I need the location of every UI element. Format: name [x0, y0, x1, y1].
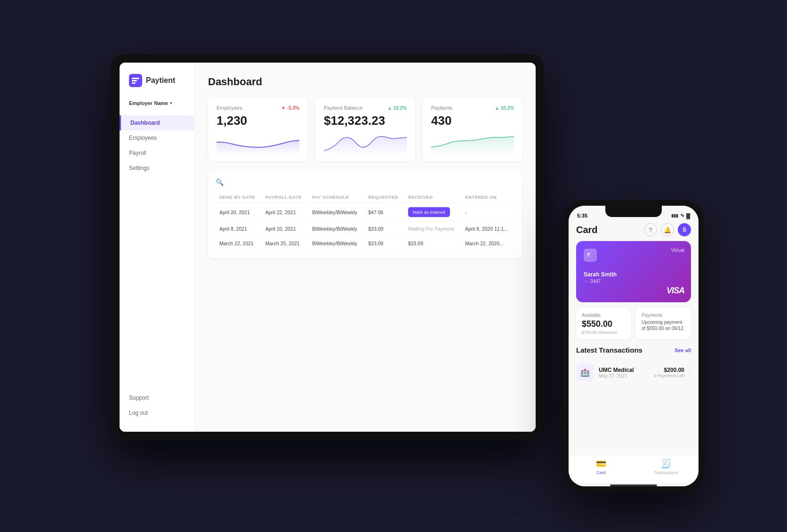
table-row: March 22, 2021 March 25, 2021 BiWeekley/… [216, 236, 515, 251]
transactions-section: Latest Transactions See all 🏥 UMC Medica… [569, 346, 699, 454]
stat-card-employees: Employees ▼ -5.3% 1,230 [208, 97, 308, 161]
cell-send-by-3: March 22, 2021 [216, 236, 262, 251]
medical-icon: 🏥 [580, 368, 590, 377]
sidebar-item-dashboard[interactable]: Dashboard [120, 115, 194, 130]
svg-rect-2 [132, 80, 137, 81]
status-icons: ▮▮▮ ∿ ▓ [671, 212, 690, 218]
stat-chart-paytients [431, 133, 514, 154]
avatar-initial: S [683, 226, 686, 233]
available-amount: $550.00 [582, 319, 626, 329]
col-send-by: Send By Date [216, 192, 262, 203]
waiting-for-payment-text: Waiting For Payment [408, 226, 454, 232]
balance-row: Available $550.00 $750.00 Allowance Paym… [576, 308, 691, 339]
svg-rect-4 [587, 253, 590, 254]
employer-selector[interactable]: Employer Name ▾ [120, 97, 194, 110]
phone-nav-card[interactable]: 💳 Card [569, 459, 634, 475]
stats-row: Employees ▼ -5.3% 1,230 [208, 97, 522, 161]
available-label: Available [582, 313, 626, 318]
help-icon-button[interactable]: ? [644, 223, 657, 236]
stat-card-balance: Paytient Balance ▲ 10.2% $12,323.23 [315, 97, 415, 161]
transaction-item[interactable]: 🏥 UMC Medical May 27, 2021 $200.00 4 Pay… [576, 359, 691, 387]
stat-change-balance: ▲ 10.2% [387, 105, 407, 111]
tablet-screen: Paytient Employer Name ▾ Dashboard Emplo… [120, 63, 536, 432]
cell-requested-1: $47.06 [364, 203, 404, 222]
card-holder-name: Sarah Smith [584, 271, 683, 278]
logo-text: Paytient [146, 76, 175, 85]
cell-entered-1: - [461, 203, 515, 222]
phone-notch [605, 206, 662, 217]
sidebar-item-payroll[interactable]: Payroll [120, 145, 194, 161]
bell-icon: 🔔 [664, 226, 671, 234]
see-all-link[interactable]: See all [675, 347, 691, 353]
stat-change-paytients: ▲ 10.2% [495, 105, 514, 111]
payments-description: Upcoming payment of $550.00 on 06/12. [642, 319, 685, 331]
table-row: April 8, 2021 April 10, 2021 BiWeekley/B… [216, 222, 515, 236]
transaction-chevron-icon: › [689, 369, 691, 376]
cell-schedule-1: BiWeekley/BiWeekly [308, 203, 364, 222]
battery-icon: ▓ [686, 213, 690, 218]
sidebar-logo: Paytient [120, 74, 194, 97]
stat-card-paytients: Paytients ▲ 10.2% 430 [423, 97, 522, 161]
svg-rect-3 [132, 82, 136, 84]
phone-header: Card ? 🔔 S [569, 220, 699, 241]
col-payroll: Payroll Date [262, 192, 308, 203]
svg-rect-1 [132, 78, 139, 79]
stat-change-employees: ▼ -5.3% [281, 105, 299, 111]
cell-received-3: $33.09 [404, 236, 461, 251]
stat-chart-employees [217, 133, 299, 154]
transaction-name: UMC Medical [599, 367, 649, 373]
col-entered: Entered On [461, 192, 515, 203]
tablet-mockup: Paytient Employer Name ▾ Dashboard Emplo… [111, 54, 544, 440]
card-number: ···· 3447 [584, 279, 683, 284]
mark-as-entered-button[interactable]: Mark as entered [408, 207, 450, 217]
phone-bottom-nav: 💳 Card 🧾 Transactions [569, 454, 699, 483]
stat-chart-balance [324, 133, 407, 154]
phone-home-bar [610, 484, 657, 486]
transactions-nav-label: Transactions [654, 470, 678, 475]
data-table: Send By Date Payroll Date Pay Schedule R… [216, 192, 515, 251]
phone-header-title: Card [576, 225, 598, 235]
stat-value-balance: $12,323.23 [324, 113, 407, 128]
sidebar-item-employees[interactable]: Employees [120, 130, 194, 145]
card-nav-label: Card [596, 470, 606, 475]
col-received: Received [404, 192, 461, 203]
employer-chevron-icon: ▾ [170, 101, 172, 105]
transaction-payments-left: 4 Payments Left [654, 373, 684, 378]
page-title: Dashboard [208, 76, 522, 88]
search-bar[interactable]: 🔍 [216, 178, 515, 186]
table-row: April 20, 2021 April 22, 2021 BiWeekley/… [216, 203, 515, 222]
phone-mockup: 5:35 ▮▮▮ ∿ ▓ Card ? 🔔 [563, 200, 704, 492]
wifi-icon: ∿ [680, 212, 684, 218]
sidebar-item-support[interactable]: Support [120, 390, 194, 405]
phone-screen: 5:35 ▮▮▮ ∿ ▓ Card ? 🔔 [569, 206, 699, 486]
transactions-title: Latest Transactions [576, 346, 642, 354]
stat-header-paytients: Paytients ▲ 10.2% [431, 105, 514, 111]
question-icon: ? [649, 226, 652, 234]
stat-value-employees: 1,230 [217, 113, 299, 128]
stat-label-employees: Employees [217, 105, 242, 111]
signal-icon: ▮▮▮ [671, 213, 678, 218]
phone-nav-transactions[interactable]: 🧾 Transactions [634, 459, 699, 475]
payments-label: Payments [642, 313, 685, 318]
available-balance-card: Available $550.00 $750.00 Allowance [576, 308, 631, 339]
transaction-amount-group: $200.00 4 Payments Left [654, 367, 684, 378]
main-content: Dashboard Employees ▼ -5.3% 1,230 [195, 63, 536, 432]
transaction-icon: 🏥 [576, 363, 594, 381]
sidebar-item-settings[interactable]: Settings [120, 161, 194, 176]
svg-rect-5 [587, 254, 589, 255]
notification-icon-button[interactable]: 🔔 [661, 223, 674, 236]
cell-requested-2: $33.09 [364, 222, 404, 236]
transaction-info: UMC Medical May 27, 2021 [599, 367, 649, 379]
employer-name: Employer Name [129, 100, 168, 106]
svg-rect-6 [587, 256, 589, 257]
cell-requested-3: $33.09 [364, 236, 404, 251]
paytient-logo-icon [129, 74, 142, 87]
user-avatar[interactable]: S [678, 223, 691, 236]
sidebar: Paytient Employer Name ▾ Dashboard Emplo… [120, 63, 195, 432]
sidebar-item-logout[interactable]: Log out [120, 405, 194, 420]
cell-send-by-2: April 8, 2021 [216, 222, 262, 236]
sidebar-bottom: Support Log out [120, 390, 194, 420]
table-section: 🔍 Send By Date Payroll Date Pay Schedule… [208, 171, 522, 258]
cell-payroll-3: March 25, 2021 [262, 236, 308, 251]
stat-label-balance: Paytient Balance [324, 105, 363, 111]
